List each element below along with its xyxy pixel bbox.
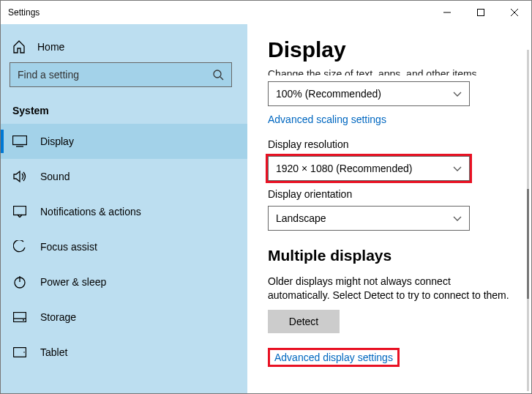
resolution-value: 1920 × 1080 (Recommended) (276, 163, 412, 174)
sidebar-item-notifications[interactable]: Notifications & actions (1, 194, 247, 229)
home-nav[interactable]: Home (1, 33, 247, 61)
close-button[interactable] (498, 1, 531, 24)
content: Home Find a setting System Display Sound (1, 24, 531, 393)
sidebar-item-label: Sound (40, 171, 70, 182)
maximize-button[interactable] (464, 1, 498, 24)
sidebar-item-label: Tablet (40, 346, 67, 358)
advanced-display-link[interactable]: Advanced display settings (268, 348, 400, 367)
sidebar-item-storage[interactable]: Storage (1, 300, 247, 335)
main-panel: Display Change the size of text, apps, a… (247, 24, 531, 393)
search-icon (212, 69, 224, 81)
tablet-icon (12, 347, 27, 357)
advanced-scaling-link[interactable]: Advanced scaling settings (268, 114, 386, 125)
scale-label-truncated: Change the size of text, apps, and other… (268, 68, 511, 75)
window-title: Settings (8, 7, 40, 18)
sidebar-item-display[interactable]: Display (1, 124, 247, 159)
svg-rect-11 (14, 313, 26, 322)
multiple-displays-heading: Multiple displays (268, 247, 511, 264)
svg-rect-8 (14, 207, 26, 215)
sound-icon (12, 171, 27, 182)
category-label: System (1, 92, 247, 124)
sidebar-item-label: Display (40, 135, 74, 147)
orientation-label: Display orientation (268, 188, 511, 200)
sidebar-item-focus-assist[interactable]: Focus assist (1, 229, 247, 264)
home-icon (12, 40, 26, 53)
svg-point-13 (23, 319, 24, 321)
minimize-button[interactable] (430, 1, 464, 24)
search-placeholder: Find a setting (18, 69, 79, 81)
orientation-dropdown[interactable]: Landscape (268, 206, 470, 231)
sidebar: Home Find a setting System Display Sound (1, 24, 247, 393)
power-icon (12, 275, 27, 289)
display-icon (12, 135, 27, 147)
svg-point-4 (214, 70, 221, 78)
window-controls (430, 1, 531, 24)
svg-rect-6 (13, 136, 27, 145)
multiple-displays-desc: Older displays might not always connect … (268, 275, 511, 302)
detect-button[interactable]: Detect (268, 310, 340, 333)
sidebar-item-label: Storage (40, 311, 76, 323)
chevron-down-icon (453, 88, 462, 100)
sidebar-item-label: Power & sleep (40, 276, 106, 288)
resolution-dropdown[interactable]: 1920 × 1080 (Recommended) (268, 156, 470, 181)
svg-point-15 (23, 352, 25, 353)
svg-line-5 (220, 77, 223, 80)
scroll-thumb[interactable] (527, 189, 529, 299)
sidebar-item-label: Focus assist (40, 241, 97, 253)
sidebar-item-power-sleep[interactable]: Power & sleep (1, 264, 247, 300)
storage-icon (12, 312, 27, 322)
focus-assist-icon (12, 240, 27, 253)
svg-rect-1 (478, 10, 484, 16)
scrollbar[interactable] (527, 50, 529, 391)
home-label: Home (37, 41, 64, 53)
scale-value: 100% (Recommended) (276, 88, 381, 100)
page-title: Display (268, 37, 511, 62)
titlebar: Settings (1, 1, 531, 24)
chevron-down-icon (453, 163, 462, 174)
sidebar-item-sound[interactable]: Sound (1, 159, 247, 194)
orientation-value: Landscape (276, 212, 326, 224)
sidebar-item-label: Notifications & actions (40, 206, 141, 218)
chevron-down-icon (453, 212, 462, 224)
scale-dropdown[interactable]: 100% (Recommended) (268, 81, 470, 106)
resolution-label: Display resolution (268, 138, 511, 150)
notifications-icon (12, 206, 27, 218)
search-input[interactable]: Find a setting (10, 62, 232, 87)
sidebar-item-tablet[interactable]: Tablet (1, 335, 247, 370)
